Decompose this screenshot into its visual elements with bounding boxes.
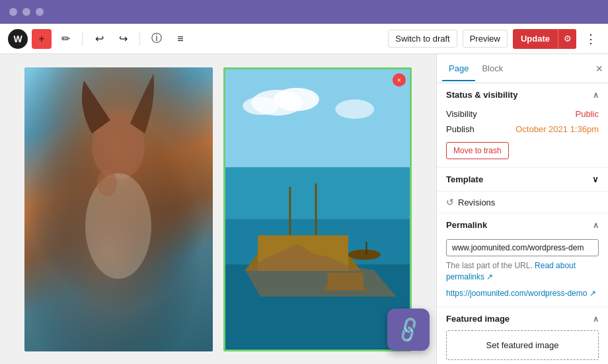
more-options-button[interactable]: ⋮ — [582, 30, 600, 48]
gear-icon: ⚙ — [564, 34, 572, 44]
toolbar-divider-1 — [82, 32, 83, 46]
svg-rect-5 — [225, 71, 410, 168]
tab-block[interactable]: Block — [475, 57, 510, 81]
add-block-button[interactable]: + — [32, 29, 52, 49]
titlebar — [0, 0, 608, 24]
content-area: × — [0, 54, 608, 364]
revisions-section: ↺ Revisions — [437, 192, 608, 213]
publish-label: Publish — [446, 124, 475, 134]
image-close-button[interactable]: × — [393, 73, 406, 87]
edit-button[interactable]: ✏ — [56, 29, 75, 49]
undo-icon: ↩ — [95, 32, 104, 45]
underwater-svg — [24, 67, 213, 351]
list-view-button[interactable]: ≡ — [171, 29, 190, 49]
publish-value: October 2021 1:36pm — [515, 124, 599, 134]
permalink-section: Permalink ∧ The last part of the URL. Re… — [437, 213, 608, 307]
image-block-2[interactable]: × — [223, 67, 412, 351]
image-block-1[interactable] — [24, 67, 213, 351]
boats-sea-svg — [225, 69, 410, 349]
switch-draft-button[interactable]: Switch to draft — [388, 30, 457, 48]
template-header[interactable]: Template ∨ — [437, 168, 608, 191]
panel-close-button[interactable]: × — [595, 63, 603, 75]
panel-content[interactable]: Status & visibility ∧ Visibility Public … — [437, 83, 608, 364]
svg-point-8 — [243, 97, 279, 115]
template-title: Template — [446, 174, 483, 184]
set-featured-image-button[interactable]: Set featured image — [446, 330, 599, 360]
permalink-title: Permalink — [446, 220, 487, 230]
spacer — [437, 360, 608, 364]
svg-rect-11 — [225, 167, 410, 219]
revisions-row[interactable]: ↺ Revisions — [437, 192, 608, 213]
revisions-icon: ↺ — [446, 197, 454, 207]
redo-button[interactable]: ↪ — [113, 29, 133, 49]
featured-image-header[interactable]: Featured image ∧ — [437, 307, 608, 330]
move-to-trash-button[interactable]: Move to trash — [446, 142, 509, 159]
titlebar-dot-yellow — [22, 8, 30, 16]
toolbar-divider-2 — [139, 32, 140, 46]
permalink-body: The last part of the URL. Read about per… — [437, 237, 608, 307]
status-visibility-section: Status & visibility ∧ Visibility Public … — [437, 83, 608, 168]
svg-rect-18 — [328, 273, 363, 290]
permalink-header[interactable]: Permalink ∧ — [437, 213, 608, 237]
floating-link-card[interactable]: 🔗 — [387, 309, 430, 351]
toolbar-right: Switch to draft Preview Update ⚙ ⋮ — [388, 29, 600, 49]
featured-image-chevron: ∧ — [593, 314, 599, 324]
pencil-icon: ✏ — [61, 32, 70, 45]
permalink-helper-text: The last part of the URL. Read about per… — [446, 260, 599, 283]
underwater-figure-image — [24, 67, 213, 351]
featured-image-title: Featured image — [446, 314, 510, 324]
svg-point-7 — [274, 88, 319, 111]
right-panel: Page Block × Status & visibility ∧ Visib… — [436, 54, 608, 364]
template-chevron: ∨ — [592, 174, 599, 184]
list-icon: ≡ — [177, 33, 183, 45]
visibility-row: Visibility Public — [446, 109, 599, 119]
main-toolbar: W + ✏ ↩ ↪ ⓘ ≡ Switch to draft — [0, 24, 608, 54]
svg-marker-17 — [323, 276, 368, 291]
status-visibility-header[interactable]: Status & visibility ∧ — [437, 83, 608, 106]
panel-tabs: Page Block × — [437, 54, 608, 83]
redo-icon: ↪ — [119, 32, 128, 45]
svg-point-4 — [97, 170, 117, 196]
visibility-label: Visibility — [446, 109, 477, 119]
update-button[interactable]: Update — [513, 29, 558, 49]
close-icon: × — [397, 76, 401, 84]
svg-point-19 — [348, 250, 381, 260]
status-visibility-chevron: ∧ — [593, 91, 599, 100]
update-button-group: Update ⚙ — [513, 29, 576, 49]
link-icon: 🔗 — [393, 314, 424, 345]
status-visibility-title: Status & visibility — [446, 90, 517, 100]
permalink-chevron: ∧ — [593, 221, 599, 230]
svg-point-3 — [85, 173, 151, 279]
svg-point-9 — [335, 100, 374, 119]
wp-logo: W — [8, 29, 28, 49]
undo-button[interactable]: ↩ — [89, 29, 109, 49]
view-page-link[interactable]: https://joomunited.com/wordpress-demo ↗ — [446, 288, 599, 299]
titlebar-dot-red — [9, 8, 17, 16]
editor-canvas: × — [0, 54, 436, 364]
titlebar-dot-green — [36, 8, 44, 16]
boats-sea-image — [225, 69, 410, 349]
svg-rect-12 — [225, 264, 410, 348]
info-icon: ⓘ — [151, 32, 162, 46]
featured-image-section: Featured image ∧ Set featured image — [437, 307, 608, 364]
publish-row: Publish October 2021 1:36pm — [446, 124, 599, 134]
toolbar-left: W + ✏ ↩ ↪ ⓘ ≡ — [8, 29, 384, 49]
preview-button[interactable]: Preview — [463, 30, 508, 48]
plus-icon: + — [38, 33, 44, 45]
visibility-value: Public — [576, 109, 599, 119]
revisions-label: Revisions — [458, 198, 495, 207]
svg-rect-14 — [258, 235, 348, 271]
more-icon: ⋮ — [585, 32, 597, 46]
template-section: Template ∨ — [437, 168, 608, 192]
info-button[interactable]: ⓘ — [147, 29, 167, 49]
tab-page[interactable]: Page — [442, 57, 475, 81]
status-visibility-body: Visibility Public Publish October 2021 1… — [437, 106, 608, 167]
url-slug-input[interactable] — [446, 239, 599, 256]
update-settings-button[interactable]: ⚙ — [558, 29, 576, 49]
app-container: W + ✏ ↩ ↪ ⓘ ≡ Switch to draft — [0, 0, 608, 364]
